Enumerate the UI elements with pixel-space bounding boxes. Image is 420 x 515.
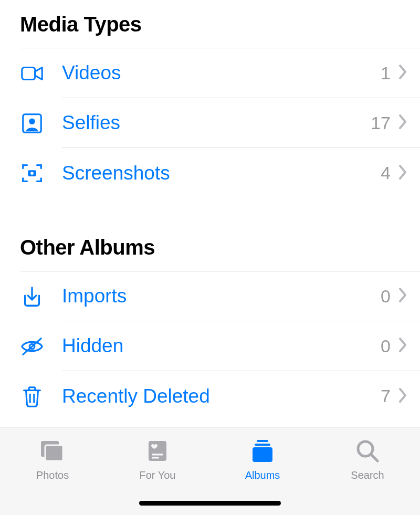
chevron-right-icon	[398, 287, 407, 305]
albums-icon	[248, 437, 277, 465]
chevron-right-icon	[398, 114, 407, 132]
svg-rect-0	[22, 67, 35, 79]
chevron-right-icon	[398, 164, 407, 182]
row-imports[interactable]: Imports 0	[0, 271, 420, 321]
tab-photos[interactable]: Photos	[0, 427, 105, 515]
row-count: 4	[381, 163, 391, 183]
svg-rect-15	[255, 444, 270, 446]
chevron-right-icon	[398, 387, 407, 405]
svg-rect-14	[257, 440, 268, 442]
row-label: Selfies	[62, 112, 371, 134]
section-header-other-albums: Other Albums	[0, 227, 420, 271]
row-hidden[interactable]: Hidden 0	[0, 321, 420, 371]
chevron-right-icon	[398, 64, 407, 82]
row-count: 0	[381, 336, 391, 356]
person-square-icon	[20, 111, 62, 135]
download-icon	[20, 285, 62, 309]
row-label: Hidden	[62, 335, 381, 357]
tab-bar: Photos For You Albums	[0, 427, 420, 515]
svg-rect-13	[152, 457, 159, 459]
trash-icon	[20, 384, 62, 408]
svg-rect-16	[253, 447, 272, 462]
section-header-media-types: Media Types	[0, 4, 420, 48]
tab-label: Search	[351, 469, 384, 481]
row-count: 7	[381, 386, 391, 406]
screenshot-icon	[20, 161, 62, 185]
row-count: 1	[381, 63, 391, 83]
videocam-icon	[20, 61, 62, 86]
svg-line-6	[23, 338, 41, 354]
row-count: 17	[371, 113, 391, 133]
tab-label: Photos	[36, 469, 69, 481]
chevron-right-icon	[398, 337, 407, 355]
svg-point-4	[30, 172, 34, 175]
eye-slash-icon	[20, 334, 62, 359]
row-videos[interactable]: Videos 1	[0, 48, 420, 98]
home-indicator	[139, 501, 281, 506]
row-label: Imports	[62, 285, 381, 307]
for-you-icon	[144, 437, 171, 465]
svg-line-18	[371, 455, 377, 461]
svg-point-2	[29, 118, 35, 124]
photos-icon	[38, 437, 67, 465]
tab-label: For You	[140, 469, 176, 481]
search-icon	[354, 437, 381, 465]
row-recently-deleted[interactable]: Recently Deleted 7	[0, 371, 420, 421]
svg-rect-10	[45, 445, 63, 461]
row-selfies[interactable]: Selfies 17	[0, 98, 420, 148]
row-label: Videos	[62, 62, 381, 84]
tab-search[interactable]: Search	[315, 427, 420, 515]
row-screenshots[interactable]: Screenshots 4	[0, 148, 420, 198]
row-label: Screenshots	[62, 162, 381, 184]
row-count: 0	[381, 286, 391, 307]
tab-label: Albums	[245, 469, 280, 481]
row-label: Recently Deleted	[62, 385, 381, 407]
svg-rect-12	[152, 454, 163, 456]
